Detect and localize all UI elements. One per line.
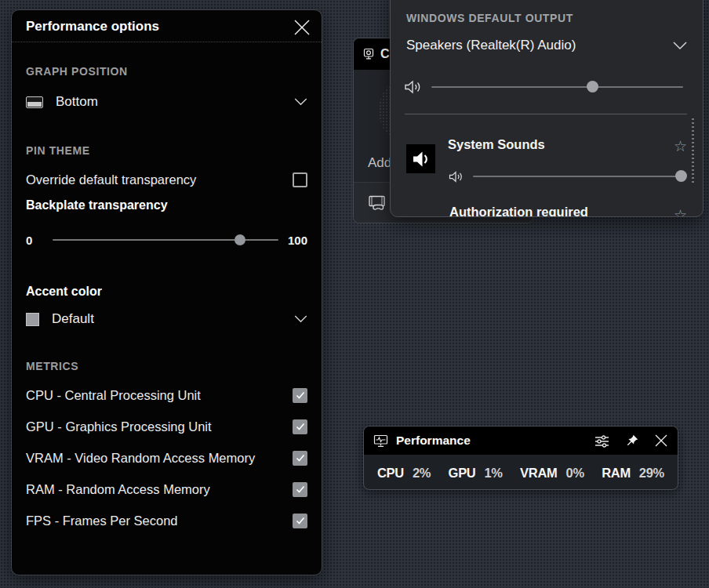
audio-divider: [405, 114, 687, 114]
system-sounds-tile: [406, 144, 435, 173]
backplate-slider-track[interactable]: [53, 231, 278, 249]
pin-theme-header: PIN THEME: [26, 144, 90, 157]
graph-position-bottom-icon: [26, 96, 43, 108]
performance-options-panel: Performance options GRAPH POSITION Botto…: [11, 9, 322, 575]
graph-position-header: GRAPH POSITION: [26, 65, 128, 78]
metric-checkbox-fps[interactable]: [293, 514, 307, 528]
accent-color-dropdown[interactable]: Default: [26, 308, 307, 330]
close-icon[interactable]: [292, 17, 312, 38]
metric-label: RAM - Random Access Memory: [26, 482, 210, 497]
audio-panel-scrollbar[interactable]: [692, 118, 694, 184]
output-device-name: Speakers (Realtek(R) Audio): [406, 38, 576, 53]
metric-gpu-label: GPU: [449, 466, 476, 481]
windows-default-output-header: WINDOWS DEFAULT OUTPUT: [406, 12, 573, 24]
performance-options-header: Performance options: [12, 10, 322, 42]
metrics-header: METRICS: [26, 360, 78, 372]
metric-checkbox-cpu[interactable]: [293, 388, 307, 403]
system-sounds-volume-slider[interactable]: [448, 167, 683, 186]
accent-color-label: Accent color: [26, 285, 102, 299]
output-device-dropdown[interactable]: Speakers (Realtek(R) Audio): [406, 35, 687, 56]
metric-vram-value: 0%: [566, 466, 584, 481]
master-volume-track[interactable]: [431, 78, 683, 96]
game-clips-icon[interactable]: [368, 194, 388, 212]
metric-gpu-value: 1%: [484, 466, 502, 481]
metric-row-vram: VRAM - Video Random Access Memory: [26, 448, 307, 468]
mixer-item-name: Authorization required: [449, 205, 588, 217]
accent-color-swatch: [26, 313, 39, 326]
metric-vram-label: VRAM: [520, 466, 557, 481]
metric-ram-label: RAM: [602, 466, 631, 481]
metric-gpu: GPU 1%: [449, 466, 503, 481]
metric-label: GPU - Graphics Processing Unit: [26, 419, 212, 434]
star-outline-icon[interactable]: ☆: [674, 139, 687, 154]
metric-cpu-value: 2%: [413, 466, 431, 481]
metric-row-ram: RAM - Random Access Memory: [26, 479, 307, 499]
performance-graph-icon: [373, 434, 388, 448]
backplate-transparency-slider: 0 100: [26, 231, 307, 249]
metric-label: CPU - Central Processing Unit: [26, 388, 201, 403]
mixer-item-name: System Sounds: [448, 137, 545, 152]
capture-widget-title: C: [380, 47, 390, 61]
star-outline-icon[interactable]: ☆: [674, 208, 687, 217]
backplate-slider-thumb[interactable]: [235, 234, 245, 245]
metric-row-fps: FPS - Frames Per Second: [26, 510, 307, 531]
header-divider: [12, 42, 322, 42]
metric-checkbox-gpu[interactable]: [293, 419, 307, 434]
system-sounds-volume-thumb[interactable]: [675, 170, 687, 182]
slider-max-label: 100: [288, 234, 307, 247]
metric-vram: VRAM 0%: [520, 466, 584, 481]
metric-cpu-label: CPU: [377, 466, 404, 481]
performance-widget-actions: [594, 434, 668, 448]
master-volume-slider[interactable]: [403, 78, 683, 96]
metric-label: FPS - Frames Per Second: [26, 514, 177, 528]
game-bar-overlay: C Add WINDOWS DEFAULT OUTPUT Speakers (R…: [0, 0, 709, 588]
override-transparency-row: Override default transparency: [26, 169, 307, 190]
metric-row-gpu: GPU - Graphics Processing Unit: [26, 416, 307, 437]
capture-add-text: Add: [368, 155, 391, 171]
system-sounds-volume-track[interactable]: [473, 167, 683, 186]
chevron-down-icon: [294, 98, 307, 106]
audio-panel: WINDOWS DEFAULT OUTPUT Speakers (Realtek…: [390, 0, 704, 217]
slider-min-label: 0: [26, 234, 43, 247]
backplate-transparency-label: Backplate transparency: [26, 198, 168, 212]
metric-cpu: CPU 2%: [377, 466, 431, 481]
graph-position-value: Bottom: [56, 94, 98, 110]
accent-color-value: Default: [52, 311, 94, 327]
metric-row-cpu: CPU - Central Processing Unit: [26, 385, 307, 405]
pushpin-icon[interactable]: [625, 434, 638, 448]
capture-camera-icon: [362, 48, 375, 60]
tune-sliders-icon[interactable]: [594, 434, 609, 448]
metric-checkbox-ram[interactable]: [293, 482, 307, 497]
performance-widget-title: Performance: [396, 434, 471, 448]
master-volume-thumb[interactable]: [587, 81, 598, 93]
performance-widget-titlebar[interactable]: Performance: [364, 426, 678, 455]
panel-title: Performance options: [26, 19, 159, 34]
metric-ram: RAM 29%: [602, 466, 664, 481]
override-transparency-label: Override default transparency: [26, 172, 196, 187]
system-sounds-speaker-icon: [411, 149, 431, 169]
speaker-volume-icon: [403, 79, 422, 95]
speaker-volume-small-icon: [448, 170, 464, 183]
performance-metrics-row: CPU 2% GPU 1% VRAM 0% RAM 29%: [364, 455, 678, 490]
performance-widget: Performance: [363, 426, 678, 490]
metric-ram-value: 29%: [639, 466, 664, 481]
chevron-down-icon: [294, 315, 307, 323]
close-icon[interactable]: [654, 434, 668, 448]
metric-label: VRAM - Video Random Access Memory: [26, 451, 255, 466]
graph-position-dropdown[interactable]: Bottom: [26, 91, 307, 113]
metric-checkbox-vram[interactable]: [293, 451, 307, 466]
chevron-down-icon: [673, 42, 687, 50]
override-transparency-checkbox[interactable]: [293, 172, 307, 187]
